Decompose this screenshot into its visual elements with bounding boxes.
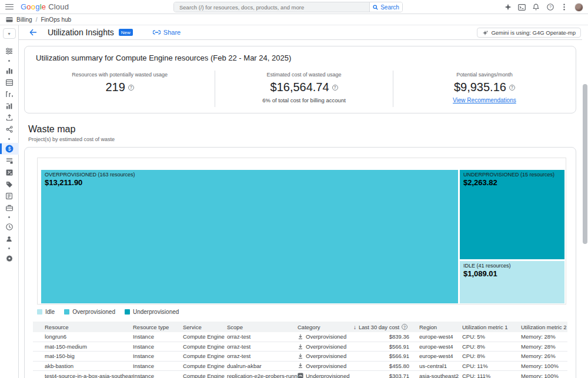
col-service[interactable]: Service (183, 322, 227, 332)
table-row[interactable]: longrun6 Instance Compute Engine orraz-t… (33, 332, 567, 342)
help-icon[interactable]: ? (402, 324, 407, 330)
nav-tags-icon[interactable] (0, 178, 19, 190)
overprovisioned-icon (298, 353, 303, 359)
col-util-1[interactable]: Utilization metric 1 (462, 322, 521, 332)
summary-title: Utilization summary for Compute Engine r… (25, 53, 576, 62)
overprovisioned-swatch (64, 309, 69, 315)
legend-idle: Idle (37, 309, 55, 315)
nav-cost-table-icon[interactable] (0, 76, 19, 88)
table-header-row: Resource Resource type Service Scope Cat… (33, 322, 567, 332)
back-arrow-icon[interactable] (29, 29, 37, 36)
nav-history-icon[interactable] (0, 221, 19, 233)
scrollbar-thumb[interactable] (583, 84, 587, 244)
cloud-shell-icon[interactable] (518, 4, 526, 11)
col-region[interactable]: Region (409, 322, 462, 332)
nav-dot-separator (0, 57, 19, 65)
nav-tune-icon[interactable] (0, 45, 19, 57)
page-title: Utilization Insights (48, 28, 114, 37)
search-box: Search (173, 2, 403, 12)
search-input[interactable] (174, 2, 369, 12)
overprovisioned-icon (298, 334, 303, 340)
help-icon[interactable]: ? (128, 85, 134, 91)
nav-users-icon[interactable] (0, 233, 19, 245)
gemini-sparkle-icon[interactable] (504, 4, 512, 11)
col-scope[interactable]: Scope (227, 322, 298, 332)
user-avatar[interactable] (574, 3, 583, 12)
gemini-context-badge[interactable]: Gemini is using: G4G Operate-mp (477, 28, 581, 38)
help-icon[interactable]: ? (546, 4, 554, 11)
svg-text:?: ? (549, 5, 552, 9)
nav-rates-icon[interactable] (0, 166, 19, 178)
gcp-console: Google Cloud Search ? Billing / FinOps h… (0, 0, 588, 378)
summary-metrics: Resources with potentially wasted usage … (25, 71, 576, 107)
main-content: Utilization Insights New Share Gemini is… (19, 25, 588, 378)
help-icon[interactable]: ? (332, 85, 338, 91)
waste-map-title: Waste map (28, 124, 588, 135)
table-row[interactable]: test4-source-in-a-box-asia-southeast2 In… (33, 371, 567, 378)
col-category[interactable]: Category (298, 322, 353, 332)
treemap-block-idle[interactable]: IDLE (41 resources) $1,089.01 (460, 261, 564, 303)
google-cloud-logo[interactable]: Google Cloud (21, 2, 69, 11)
left-nav-rail: ▾ $ (0, 25, 19, 378)
breadcrumb: Billing / FinOps hub (0, 14, 588, 25)
page-header: Utilization Insights New Share Gemini is… (19, 25, 588, 40)
nav-dot-separator (0, 213, 19, 221)
table-row[interactable]: mat-150-big Instance Compute Engine orra… (33, 352, 567, 361)
nav-breakdown-icon[interactable] (0, 88, 19, 100)
view-recommendations-link[interactable]: View Recommendations (453, 97, 516, 103)
nav-reports-icon[interactable] (0, 65, 19, 76)
utilization-summary-card: Utilization summary for Compute Engine r… (24, 46, 576, 113)
google-wordmark: Google (21, 2, 46, 11)
help-icon[interactable]: ? (509, 85, 515, 91)
gemini-sparkle-small-icon (482, 30, 488, 36)
rail-collapse-button[interactable]: ▾ (3, 28, 16, 39)
top-bar: Google Cloud Search ? (0, 0, 588, 14)
nav-invoices-icon[interactable] (0, 155, 19, 166)
overprovisioned-icon (298, 363, 303, 369)
metric-subtext: 6% of total cost for billing account (215, 97, 393, 103)
search-button[interactable]: Search (369, 2, 402, 12)
nav-settings-gear-icon[interactable] (0, 252, 19, 264)
search-icon (373, 5, 378, 10)
idle-swatch (37, 309, 42, 315)
notifications-bell-icon[interactable] (532, 4, 540, 11)
more-options-icon[interactable] (560, 4, 568, 11)
col-resource[interactable]: Resource (33, 322, 133, 332)
metric-wasted-cost: Estimated cost of wasted usage $16,564.7… (215, 71, 393, 107)
col-resource-type[interactable]: Resource type (133, 322, 183, 332)
treemap-legend: Idle Overprovisioned Underprovisioned (37, 309, 576, 315)
table-row[interactable]: mat-150-medium Instance Compute Engine o… (33, 342, 567, 351)
col-cost[interactable]: ↓Last 30 day cost? (353, 322, 409, 332)
vertical-scrollbar[interactable] (582, 25, 588, 378)
waste-treemap: OVERPROVISIONED (163 resources) $13,211.… (37, 158, 566, 305)
cloud-wordmark: Cloud (48, 2, 69, 11)
resource-table: Resource Resource type Service Scope Cat… (33, 322, 567, 378)
top-bar-actions: ? (504, 0, 583, 14)
table-row[interactable]: akb-bastion Instance Compute Engine dual… (33, 361, 567, 370)
nav-documents-icon[interactable] (0, 190, 19, 202)
metric-potential-savings: Potential savings/month $9,935.16? View … (393, 71, 576, 107)
share-button[interactable]: Share (153, 29, 181, 36)
nav-pricing-icon[interactable] (0, 123, 19, 135)
sort-descending-icon[interactable]: ↓ (353, 324, 356, 330)
nav-finops-hub-icon-selected[interactable]: $ (0, 143, 19, 155)
col-util-2[interactable]: Utilization metric 2 (521, 322, 567, 332)
metric-wasted-resources: Resources with potentially wasted usage … (25, 71, 215, 107)
nav-commitments-icon[interactable] (0, 100, 19, 112)
legend-underprovisioned: Underprovisioned (125, 309, 179, 315)
nav-account-icon[interactable] (0, 202, 19, 213)
breadcrumb-billing[interactable]: Billing (16, 16, 32, 23)
nav-dot-separator (0, 245, 19, 252)
breadcrumb-finops-hub[interactable]: FinOps hub (41, 16, 71, 23)
underprovisioned-swatch (125, 309, 130, 315)
nav-export-icon[interactable] (0, 112, 19, 123)
treemap-block-underprovisioned[interactable]: UNDERPROVISIONED (15 resources) $2,263.8… (460, 170, 564, 259)
share-link-icon (153, 30, 161, 35)
overprovisioned-icon (298, 344, 303, 350)
underprovisioned-icon (298, 373, 303, 378)
menu-icon[interactable] (5, 3, 14, 11)
treemap-block-overprovisioned[interactable]: OVERPROVISIONED (163 resources) $13,211.… (41, 170, 458, 303)
waste-map-card: OVERPROVISIONED (163 resources) $13,211.… (24, 147, 576, 378)
new-badge: New (119, 29, 133, 36)
billing-card-icon (6, 17, 13, 22)
